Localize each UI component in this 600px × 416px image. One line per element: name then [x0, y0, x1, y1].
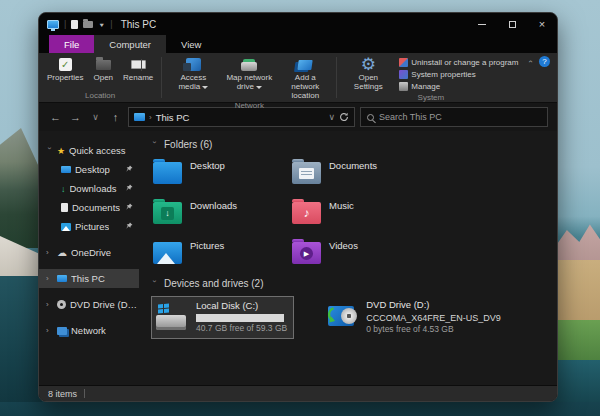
wallpaper-water-left [0, 276, 42, 402]
folders-section-header[interactable]: › Folders (6) [151, 139, 551, 150]
navigation-pane: › ★ Quick access Desktop ↓ Downloads Doc… [39, 131, 139, 385]
manage-button[interactable]: Manage [397, 81, 520, 92]
network-icon [57, 327, 67, 335]
folder-tile-videos[interactable]: ▶ Videos [290, 237, 429, 269]
search-input[interactable] [379, 112, 541, 122]
back-button[interactable]: ← [48, 111, 63, 123]
sidebar-item-documents[interactable]: Documents [39, 198, 139, 217]
title-bar[interactable]: | ▼ | This PC × [39, 13, 557, 35]
system-properties-button[interactable]: System properties [397, 69, 520, 80]
tab-view[interactable]: View [166, 35, 216, 53]
system-properties-icon [399, 70, 408, 79]
rename-button[interactable]: Rename [119, 55, 157, 84]
minimize-button[interactable] [467, 13, 497, 35]
ribbon: ✓ Properties Open Rename Location Acce [39, 53, 557, 103]
ribbon-group-label-location: Location [43, 91, 157, 102]
tab-computer[interactable]: Computer [94, 35, 166, 53]
properties-icon: ✓ [59, 58, 72, 71]
folder-tile-pictures[interactable]: Pictures [151, 237, 290, 269]
qat-customize-chevron-icon[interactable]: ▼ [98, 21, 105, 27]
hard-drive-icon [156, 304, 188, 330]
sidebar-item-network[interactable]: › Network [39, 321, 139, 340]
map-drive-icon [241, 62, 257, 71]
window-title: This PC [121, 19, 157, 30]
breadcrumb[interactable]: This PC [156, 112, 190, 123]
pin-icon [125, 203, 133, 211]
drive-tile-dvd[interactable]: DVD Drive (D:) CCCOMA_X64FRE_EN-US_DV9 0… [322, 296, 507, 339]
search-box[interactable] [360, 107, 548, 127]
help-icon[interactable]: ? [539, 56, 550, 67]
map-network-drive-button[interactable]: Map network drive [222, 55, 276, 93]
folders-grid: Desktop Documents ↓ Downloads ♪ Music Pi… [151, 157, 551, 277]
manage-icon [399, 82, 408, 91]
folder-tile-desktop[interactable]: Desktop [151, 157, 290, 189]
ribbon-group-location: ✓ Properties Open Rename Location [39, 53, 161, 102]
open-settings-button[interactable]: ⚙ Open Settings [341, 55, 395, 93]
pin-icon [125, 184, 133, 192]
status-separator [84, 389, 85, 398]
tab-file[interactable]: File [49, 35, 94, 53]
sidebar-item-desktop[interactable]: Desktop [39, 160, 139, 179]
add-network-location-button[interactable]: Add a network location [278, 55, 332, 101]
uninstall-program-button[interactable]: Uninstall or change a program [397, 57, 520, 68]
chevron-icon[interactable]: › [46, 248, 53, 257]
videos-folder-icon: ▶ [292, 242, 321, 264]
downloads-folder-icon: ↓ [153, 202, 182, 224]
open-button[interactable]: Open [89, 55, 117, 84]
breadcrumb-chevron-icon: › [149, 113, 152, 122]
sidebar-item-pictures[interactable]: Pictures [39, 217, 139, 236]
sidebar-item-onedrive[interactable]: › ☁ OneDrive [39, 243, 139, 262]
sidebar-item-downloads[interactable]: ↓ Downloads [39, 179, 139, 198]
sidebar-item-this-pc[interactable]: › This PC [39, 269, 139, 288]
folder-tile-downloads[interactable]: ↓ Downloads [151, 197, 290, 229]
maximize-icon [509, 21, 516, 28]
chevron-icon[interactable]: › [46, 300, 53, 309]
maximize-button[interactable] [497, 13, 527, 35]
access-media-button[interactable]: Access media [166, 55, 220, 93]
dropdown-arrow-icon [202, 86, 208, 89]
qat-new-folder-icon[interactable] [83, 21, 93, 28]
collapse-chevron-icon[interactable]: › [150, 280, 159, 287]
ribbon-group-label-network: Network [166, 101, 332, 112]
documents-folder-icon [292, 162, 321, 184]
folder-tile-music[interactable]: ♪ Music [290, 197, 429, 229]
chevron-icon[interactable]: › [46, 326, 53, 335]
sidebar-item-dvd-drive[interactable]: › DVD Drive (D:) CCCO [39, 295, 139, 314]
recent-locations-chevron-icon[interactable]: ∨ [88, 112, 103, 122]
up-button[interactable]: ↑ [108, 111, 123, 123]
pin-icon [125, 165, 133, 173]
music-folder-icon: ♪ [292, 202, 321, 224]
this-pc-icon [134, 113, 145, 121]
folder-tile-documents[interactable]: Documents [290, 157, 429, 189]
ribbon-group-label-system: System [341, 93, 520, 104]
forward-button[interactable]: → [68, 111, 83, 123]
drives-grid: Local Disk (C:) 40.7 GB free of 59.3 GB … [151, 296, 551, 339]
sidebar-item-quick-access[interactable]: › ★ Quick access [39, 141, 139, 160]
drive-tile-local-disk[interactable]: Local Disk (C:) 40.7 GB free of 59.3 GB [151, 296, 294, 339]
chevron-icon[interactable]: › [45, 147, 54, 154]
explorer-body: › ★ Quick access Desktop ↓ Downloads Doc… [39, 131, 557, 385]
window-controls: × [467, 13, 557, 35]
dvd-drive-icon [326, 304, 358, 330]
chevron-icon[interactable]: › [46, 274, 53, 283]
pictures-folder-icon [153, 242, 182, 264]
close-button[interactable]: × [527, 13, 557, 35]
collapse-chevron-icon[interactable]: › [150, 141, 159, 148]
refresh-icon[interactable] [339, 112, 349, 122]
ribbon-corner: › ? [529, 56, 550, 67]
wallpaper-grass-green [556, 320, 600, 364]
qat-properties-icon[interactable] [71, 20, 78, 29]
minimize-ribbon-icon[interactable]: › [526, 60, 535, 63]
dvd-disc-icon [57, 300, 66, 309]
file-explorer-window: | ▼ | This PC × File Computer View ✓ Pro… [38, 12, 558, 402]
this-pc-icon [47, 20, 59, 29]
ribbon-group-system: ⚙ Open Settings Uninstall or change a pr… [337, 53, 524, 102]
address-dropdown-chevron-icon[interactable]: ∨ [328, 112, 335, 122]
search-icon [367, 114, 374, 121]
drives-section-header[interactable]: › Devices and drives (2) [151, 278, 551, 289]
gear-icon: ⚙ [361, 56, 376, 73]
rename-icon [131, 60, 146, 69]
documents-icon [61, 203, 68, 212]
properties-button[interactable]: ✓ Properties [43, 55, 87, 84]
pin-icon [125, 222, 133, 230]
